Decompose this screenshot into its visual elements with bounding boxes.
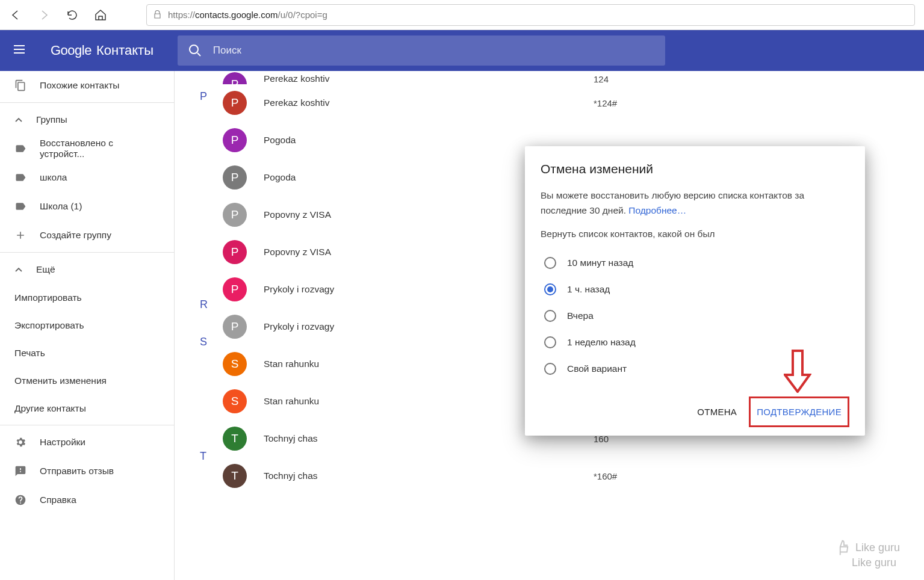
cancel-button[interactable]: ОТМЕНА (690, 401, 744, 423)
section-letter: T (200, 450, 206, 463)
back-icon[interactable] (9, 8, 22, 22)
contact-name: Perekaz koshtiv (264, 73, 577, 84)
copy-icon (14, 79, 26, 91)
lock-icon (153, 10, 162, 19)
sidebar-more-item[interactable]: Отменить изменения (0, 367, 174, 395)
radio-label: Вчера (567, 310, 594, 321)
radio-label: 1 неделю назад (567, 337, 636, 348)
sidebar-more-header[interactable]: Ещё (0, 255, 174, 284)
sidebar-more-item[interactable]: Печать (0, 339, 174, 367)
radio-option[interactable]: 10 минут назад (541, 250, 849, 276)
avatar: S (223, 352, 247, 376)
plus-icon (14, 229, 26, 241)
sidebar-section-label: Ещё (36, 264, 55, 275)
contact-name: Tochnyj chas (264, 470, 577, 481)
sidebar-group-item[interactable]: Восстановлено с устройст... (0, 134, 174, 163)
avatar: S (223, 389, 247, 413)
avatar: P (223, 91, 247, 115)
avatar: T (223, 464, 247, 488)
avatar: P (223, 203, 247, 227)
sidebar-group-item[interactable]: школа (0, 163, 174, 192)
contact-phone: *160# (594, 471, 617, 481)
section-letter: S (200, 336, 207, 348)
url-text: https://contacts.google.com/u/0/?cpoi=g (168, 10, 327, 20)
sidebar-create-group[interactable]: Создайте группу (0, 221, 174, 250)
label-icon (14, 143, 26, 155)
avatar: P (223, 240, 247, 264)
avatar: T (223, 427, 247, 451)
radio-label: 10 минут назад (567, 258, 633, 268)
app-header: Google Контакты (0, 30, 924, 71)
radio-icon (544, 336, 556, 348)
dialog-title: Отмена изменений (541, 162, 849, 176)
annotation-arrow-icon (784, 350, 811, 393)
address-bar[interactable]: https://contacts.google.com/u/0/?cpoi=g (146, 4, 915, 26)
sidebar-settings[interactable]: Настройки (0, 428, 174, 457)
radio-option[interactable]: Вчера (541, 303, 849, 329)
sidebar-label: Восстановлено с устройст... (40, 138, 160, 159)
sidebar: Похожие контакты Группы Восстановлено с … (0, 71, 175, 580)
radio-icon (544, 363, 556, 375)
avatar: P (223, 165, 247, 190)
contact-row[interactable]: TTochnyj chas*160# (175, 457, 924, 495)
svg-point-0 (190, 45, 198, 54)
label-icon (14, 200, 26, 212)
avatar: P (223, 128, 247, 152)
contact-phone: 124 (594, 74, 609, 84)
reload-icon[interactable] (66, 8, 79, 22)
label-icon (14, 171, 26, 184)
sidebar-label: Справка (40, 495, 76, 505)
app-logo[interactable]: Google Контакты (51, 43, 153, 58)
radio-icon (544, 310, 556, 322)
radio-icon (544, 257, 556, 269)
undo-changes-dialog: Отмена изменений Вы можете восстановить … (525, 146, 865, 436)
contact-name: Perekaz koshtiv (264, 97, 577, 108)
radio-label: 1 ч. назад (567, 284, 610, 295)
sidebar-more-item[interactable]: Экспортировать (0, 312, 174, 339)
chevron-up-icon (14, 116, 23, 124)
search-icon (188, 44, 201, 57)
help-icon (14, 494, 26, 506)
sidebar-similar-contacts[interactable]: Похожие контакты (0, 71, 174, 100)
forward-icon[interactable] (37, 8, 51, 22)
confirm-button[interactable]: ПОДТВЕРЖДЕНИЕ (749, 396, 849, 427)
radio-option[interactable]: 1 ч. назад (541, 276, 849, 303)
sidebar-more-item[interactable]: Другие контакты (0, 395, 174, 422)
sidebar-feedback[interactable]: Отправить отзыв (0, 457, 174, 486)
avatar: P (223, 277, 247, 301)
contact-phone: *124# (594, 98, 617, 108)
radio-icon (544, 283, 556, 295)
avatar: P (223, 72, 247, 84)
sidebar-label: Создайте группу (40, 230, 111, 241)
sidebar-label: Школа (1) (40, 201, 82, 212)
sidebar-label: Отправить отзыв (40, 466, 114, 477)
sidebar-groups-header[interactable]: Группы (0, 105, 174, 134)
radio-label: Свой вариант (567, 363, 627, 374)
avatar: P (223, 315, 247, 339)
sidebar-help[interactable]: Справка (0, 486, 174, 514)
sidebar-more-item[interactable]: Импортировать (0, 284, 174, 312)
contacts-main: PPerekaz koshtiv124PPerekaz koshtiv*124#… (175, 71, 924, 580)
learn-more-link[interactable]: Подробнее… (628, 205, 686, 215)
home-icon[interactable] (94, 8, 107, 22)
contact-row[interactable]: PPerekaz koshtiv*124# (175, 84, 924, 122)
contact-name: Pogoda (264, 135, 577, 146)
gear-icon (14, 436, 26, 448)
feedback-icon (14, 465, 26, 477)
sidebar-label: Настройки (40, 437, 85, 448)
search-box[interactable] (178, 35, 665, 66)
menu-icon[interactable] (12, 42, 26, 59)
search-input[interactable] (213, 45, 654, 57)
dialog-body: Вы можете восстановить любую версию спис… (541, 188, 849, 218)
chevron-up-icon (14, 265, 23, 274)
dialog-subhead: Вернуть список контактов, какой он был (541, 227, 849, 242)
sidebar-label: Похожие контакты (40, 80, 119, 91)
sidebar-label: школа (40, 172, 67, 183)
sidebar-section-label: Группы (36, 114, 67, 125)
browser-toolbar: https://contacts.google.com/u/0/?cpoi=g (0, 0, 924, 30)
section-letter: P (200, 90, 207, 103)
sidebar-group-item[interactable]: Школа (1) (0, 192, 174, 221)
contact-row[interactable]: PPerekaz koshtiv124 (175, 71, 924, 84)
section-letter: R (200, 298, 208, 311)
